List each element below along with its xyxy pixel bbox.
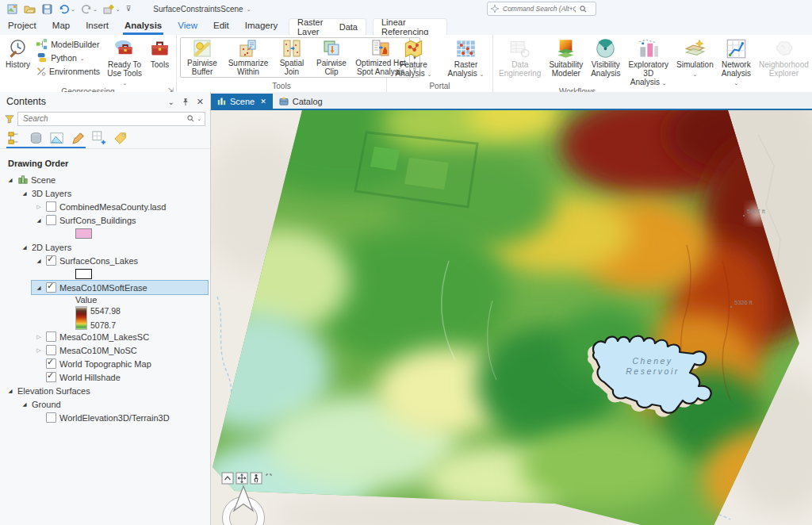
tree-item-surfacecons-lakes[interactable]: ◢ SurfaceCons_Lakes [0, 254, 210, 267]
tree-item-ground[interactable]: ◢ Ground [0, 397, 210, 411]
history-button[interactable]: History [3, 37, 33, 70]
command-search[interactable] [487, 2, 596, 16]
tab-map[interactable]: Map [44, 17, 78, 35]
group-layer-label: Ground [32, 400, 61, 409]
expander-icon[interactable]: ◢ [6, 177, 14, 183]
expander-icon[interactable]: ▷ [35, 204, 43, 210]
ready-to-use-tools-button[interactable]: Ready To Use Tools ⌄ [104, 37, 145, 87]
dropdown-arrow-icon[interactable]: ⌄ [93, 6, 98, 12]
list-by-snapping-icon[interactable] [92, 131, 106, 145]
visibility-analysis-button[interactable]: Visibility Analysis [588, 37, 622, 79]
layer-checkbox[interactable] [46, 255, 56, 266]
expander-icon[interactable]: ◢ [35, 258, 43, 264]
summarize-within-button[interactable]: Summarize Within [224, 38, 273, 77]
tab-edit[interactable]: Edit [205, 17, 237, 35]
section-title: Drawing Order [0, 149, 210, 173]
expander-icon[interactable]: ▷ [35, 347, 43, 354]
layer-checkbox[interactable] [46, 201, 56, 212]
add-data-button[interactable]: ⌄ [102, 2, 122, 16]
open-project-icon [24, 3, 36, 15]
tab-imagery[interactable]: Imagery [237, 17, 286, 35]
spatial-join-button[interactable]: Spatial Join [273, 38, 311, 77]
open-project-button[interactable] [22, 2, 37, 16]
pin-icon[interactable] [182, 98, 190, 106]
close-pane-icon[interactable]: ✕ [197, 97, 204, 107]
group-layer-label: 3D Layers [32, 189, 71, 198]
layer-checkbox[interactable] [46, 412, 56, 423]
expand-navigator-button[interactable] [222, 473, 233, 484]
tree-item-worldelevation3d[interactable]: WorldElevation3D/Terrain3D [0, 411, 210, 424]
buildings-symbol-swatch[interactable] [75, 228, 92, 239]
list-by-labeling-icon[interactable] [113, 132, 128, 145]
python-button[interactable]: Python ⌄ [34, 52, 102, 64]
expander-icon[interactable]: ◢ [6, 388, 14, 394]
tab-data[interactable]: Data [338, 22, 366, 32]
list-by-drawing-order-icon[interactable] [8, 132, 22, 145]
scene-3d-view[interactable]: Cheney Reservoir 5407 ft 5326 ft [211, 110, 812, 525]
layer-checkbox[interactable] [46, 372, 56, 382]
legend-min-value: 5078.7 [90, 320, 121, 330]
tree-item-combinedmesacounty[interactable]: ▷ CombinedMesaCounty.lasd [0, 200, 210, 213]
dropdown-arrow-icon[interactable]: ⌄ [71, 6, 75, 12]
suitability-modeler-button[interactable]: Suitability Modeler [546, 37, 585, 79]
view-tab-scene[interactable]: Scene ✕ [211, 94, 273, 109]
tree-item-mesaco10msofterase[interactable]: ◢ MesaCo10MSoftErase [32, 281, 208, 294]
dropdown-arrow-icon[interactable]: ⌄ [116, 6, 121, 12]
close-view-icon[interactable]: ✕ [260, 98, 266, 105]
tab-project[interactable]: Project [0, 17, 44, 35]
layer-checkbox[interactable] [46, 282, 56, 293]
expander-icon[interactable]: ◢ [35, 285, 43, 291]
command-search-input[interactable] [501, 4, 577, 13]
list-by-data-source-icon[interactable] [29, 132, 43, 145]
tree-item-3d-layers[interactable]: ◢ 3D Layers [0, 186, 210, 200]
project-menu-arrow-icon[interactable]: ⌄ [247, 6, 251, 12]
expander-icon[interactable]: ◢ [21, 401, 29, 408]
expander-icon[interactable]: ▷ [35, 334, 43, 340]
tools-button[interactable]: Tools [147, 37, 173, 70]
tree-item-elevation-surfaces[interactable]: ◢ Elevation Surfaces [0, 384, 210, 397]
filter-icon[interactable] [5, 114, 14, 124]
undo-button[interactable]: ⌄ [57, 2, 77, 15]
button-label: Suitability Modeler [549, 60, 583, 78]
simulation-button[interactable]: Simulation ⌄ [674, 37, 716, 79]
layer-checkbox[interactable] [46, 345, 56, 355]
tab-view[interactable]: View [170, 17, 205, 35]
tree-item-mesaco10m-nosc[interactable]: ▷ MesaCo10M_NoSC [0, 343, 210, 357]
feature-analysis-button[interactable]: Feature Analysis ⌄ [391, 37, 437, 79]
tree-item-world-topographic-map[interactable]: World Topographic Map [0, 357, 210, 370]
layer-checkbox[interactable] [46, 215, 56, 225]
pane-menu-arrow-icon[interactable]: ⌄ [167, 98, 174, 106]
redo-button[interactable]: ⌄ [79, 2, 99, 15]
customize-quick-access-button[interactable]: ⊽ [124, 5, 133, 13]
tab-linear-referencing[interactable]: Linear Referencing [373, 17, 446, 36]
modelbuilder-button[interactable]: ModelBuilder [34, 38, 102, 51]
layer-checkbox[interactable] [46, 358, 56, 369]
raster-analysis-button[interactable]: Raster Analysis ⌄ [443, 37, 489, 79]
new-project-button[interactable] [5, 2, 20, 16]
lakes-symbol-swatch[interactable] [75, 269, 92, 279]
contents-search-input[interactable] [21, 113, 185, 124]
pairwise-buffer-button[interactable]: Pairwise Buffer [181, 38, 224, 77]
expander-icon[interactable]: ◢ [21, 244, 29, 251]
expander-icon[interactable]: ◢ [35, 217, 43, 224]
tab-insert[interactable]: Insert [78, 17, 117, 35]
expander-icon[interactable]: ◢ [21, 190, 29, 197]
contents-search[interactable]: ⌄ [17, 112, 205, 126]
tree-item-world-hillshade[interactable]: World Hillshade [0, 370, 210, 384]
exploratory-3d-analysis-button[interactable]: Exploratory 3D Analysis ⌄ [626, 37, 671, 87]
environments-button[interactable]: Environments [34, 65, 102, 78]
list-by-selection-icon[interactable] [50, 132, 64, 145]
tree-item-2d-layers[interactable]: ◢ 2D Layers [0, 240, 210, 254]
search-options-arrow-icon[interactable]: ⌄ [197, 116, 201, 121]
layer-checkbox[interactable] [46, 331, 56, 342]
pairwise-clip-button[interactable]: Pairwise Clip [311, 38, 352, 77]
tree-item-scene[interactable]: ◢ Scene [0, 173, 210, 186]
save-project-button[interactable] [40, 2, 55, 16]
tab-analysis[interactable]: Analysis [117, 17, 170, 35]
tree-item-surfcons-buildings[interactable]: ◢ SurfCons_Buildings [0, 213, 210, 227]
tab-raster-layer[interactable]: Raster Layer [289, 17, 338, 36]
view-tab-catalog[interactable]: Catalog [273, 94, 329, 109]
network-analysis-button[interactable]: Network Analysis ⌄ [719, 37, 753, 87]
list-by-editing-icon[interactable] [71, 132, 85, 145]
tree-item-mesaco10m-lakessc[interactable]: ▷ MesaCo10M_LakesSC [0, 330, 210, 343]
